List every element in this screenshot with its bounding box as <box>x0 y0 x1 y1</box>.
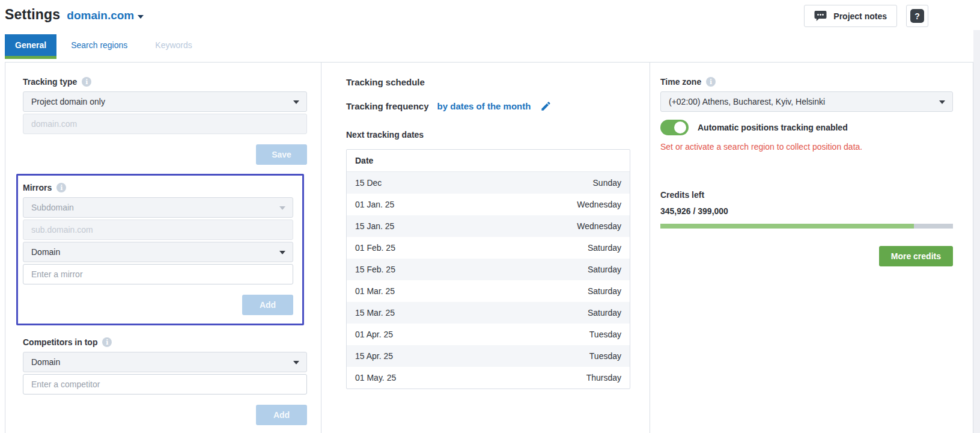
save-button: Save <box>256 144 307 165</box>
competitors-label: Competitors in top <box>23 337 97 347</box>
date-column-header: Date <box>355 156 373 165</box>
tab-bar: General Search regions Keywords <box>5 34 205 59</box>
speech-bubble-icon <box>814 11 827 21</box>
tab-keywords[interactable]: Keywords <box>142 34 205 59</box>
tracking-date: 01 Feb. 25 <box>355 243 395 253</box>
tracking-day: Saturday <box>588 243 621 253</box>
table-row: 15 Apr. 25Tuesday <box>347 345 630 367</box>
tracking-date: 15 Feb. 25 <box>355 265 395 274</box>
table-row: 15 Feb. 25Saturday <box>347 259 630 280</box>
table-row: 01 Mar. 25Saturday <box>347 280 630 302</box>
frequency-label: Tracking frequency <box>346 101 429 111</box>
add-competitor-button: Add <box>256 405 307 425</box>
table-header: Date <box>347 150 630 172</box>
credits-left-label: Credits left <box>660 190 953 200</box>
tab-general[interactable]: General <box>5 34 56 59</box>
competitor-type-select[interactable]: Domain <box>23 352 307 372</box>
tracking-date: 01 May. 25 <box>355 373 396 382</box>
tracking-date: 01 Mar. 25 <box>355 286 395 296</box>
info-icon[interactable]: i <box>56 183 66 192</box>
scrollbar-track[interactable] <box>973 30 980 433</box>
timezone-label: Time zone <box>660 77 701 87</box>
credits-section: Credits left 345,926 / 399,000 More cred… <box>660 190 953 266</box>
toggle-knob <box>674 121 686 134</box>
competitor-input[interactable] <box>23 374 307 395</box>
tracking-date: 15 Mar. 25 <box>355 308 395 318</box>
mirror-subdomain-input <box>23 220 293 240</box>
table-row: 01 Jan. 25Wednesday <box>347 194 630 215</box>
tracking-type-value: Project domain only <box>31 97 105 106</box>
chevron-down-icon <box>279 251 285 254</box>
tracking-day: Tuesday <box>589 330 621 339</box>
chevron-down-icon <box>293 361 299 364</box>
competitor-type-value: Domain <box>31 357 60 367</box>
tracking-day: Thursday <box>586 373 621 382</box>
more-credits-button[interactable]: More credits <box>879 246 953 266</box>
pencil-icon[interactable] <box>540 100 552 112</box>
mirror-subdomain-value: Subdomain <box>31 203 74 212</box>
question-mark-icon: ? <box>910 9 924 23</box>
chevron-down-icon <box>138 15 144 19</box>
tracking-day: Saturday <box>588 265 621 274</box>
table-row: 01 May. 25Thursday <box>347 367 630 388</box>
mirror-type-select[interactable]: Domain <box>23 242 293 262</box>
tracking-type-group: Tracking type i Project domain only Save <box>23 77 307 165</box>
tracking-day: Wednesday <box>577 200 621 209</box>
tracking-date: 01 Apr. 25 <box>355 330 393 339</box>
tab-search-regions[interactable]: Search regions <box>56 34 142 59</box>
timezone-select[interactable]: (+02:00) Athens, Bucharest, Kyiv, Helsin… <box>660 91 953 112</box>
tracking-day: Tuesday <box>589 351 621 361</box>
project-notes-label: Project notes <box>833 11 887 21</box>
timezone-value: (+02:00) Athens, Bucharest, Kyiv, Helsin… <box>669 97 825 106</box>
tracking-day: Saturday <box>588 308 621 318</box>
project-switcher[interactable]: domain.com <box>67 9 144 22</box>
help-button[interactable]: ? <box>906 5 928 27</box>
info-icon[interactable]: i <box>102 337 112 347</box>
mirrors-group-highlighted: Mirrors i Subdomain Domain Add <box>16 174 304 325</box>
table-row: 15 Mar. 25Saturday <box>347 302 630 324</box>
column-tracking: Tracking type i Project domain only Save… <box>5 63 321 433</box>
credits-progress-track <box>660 224 953 229</box>
tracking-day: Sunday <box>593 178 621 188</box>
tracking-type-label: Tracking type <box>23 77 77 87</box>
tracking-date: 15 Dec <box>355 178 382 188</box>
header: Settings domain.com Project notes ? <box>0 0 980 33</box>
add-mirror-button: Add <box>242 295 293 315</box>
tracking-date: 15 Jan. 25 <box>355 221 394 231</box>
credits-progress-fill <box>660 224 914 229</box>
competitors-group: Competitors in top i Domain Add <box>23 337 307 425</box>
tracking-day: Saturday <box>588 286 621 296</box>
table-row: 01 Feb. 25Saturday <box>347 237 630 259</box>
schedule-title: Tracking schedule <box>346 77 630 87</box>
mirrors-label: Mirrors <box>23 183 52 192</box>
mirror-type-value: Domain <box>31 247 60 257</box>
search-region-warning: Set or activate a search region to colle… <box>660 142 953 152</box>
project-domain-input <box>23 114 307 134</box>
column-schedule: Tracking schedule Tracking frequency by … <box>321 63 650 433</box>
next-dates-table: Date 15 DecSunday 01 Jan. 25Wednesday 15… <box>346 149 630 389</box>
table-row: 01 Apr. 25Tuesday <box>347 324 630 345</box>
table-row: 15 Jan. 25Wednesday <box>347 215 630 237</box>
tracking-type-select[interactable]: Project domain only <box>23 91 307 112</box>
mirror-input[interactable] <box>23 264 293 284</box>
chevron-down-icon <box>293 100 299 104</box>
info-icon[interactable]: i <box>82 77 91 87</box>
mirror-subdomain-select: Subdomain <box>23 197 293 218</box>
project-name: domain.com <box>67 9 134 22</box>
table-row: 15 DecSunday <box>347 172 630 194</box>
frequency-value-link[interactable]: by dates of the month <box>437 101 531 111</box>
auto-tracking-label: Automatic positions tracking enabled <box>698 123 848 132</box>
settings-page: Settings domain.com Project notes ? Gene… <box>0 0 980 433</box>
chevron-down-icon <box>279 206 285 210</box>
project-notes-button[interactable]: Project notes <box>804 5 897 27</box>
info-icon[interactable]: i <box>706 77 716 87</box>
credits-value: 345,926 / 399,000 <box>660 206 953 216</box>
auto-tracking-toggle[interactable] <box>660 120 689 135</box>
tracking-day: Wednesday <box>577 221 621 231</box>
page-title: Settings <box>5 7 60 23</box>
column-timezone-credits: Time zone i (+02:00) Athens, Bucharest, … <box>650 63 973 433</box>
tracking-date: 15 Apr. 25 <box>355 351 393 361</box>
tracking-date: 01 Jan. 25 <box>355 200 394 209</box>
chevron-down-icon <box>939 100 945 104</box>
next-dates-label: Next tracking dates <box>346 130 630 140</box>
